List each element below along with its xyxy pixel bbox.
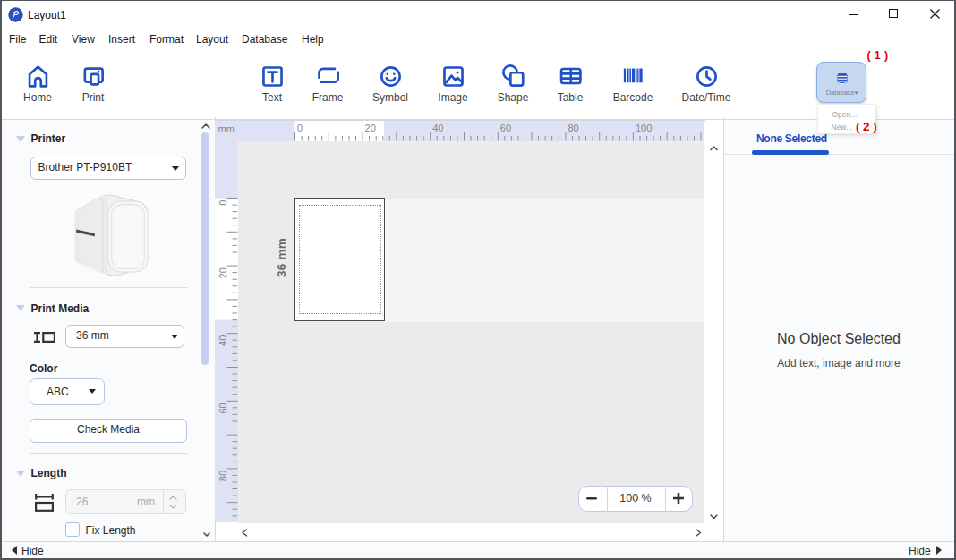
svg-text:40: 40	[218, 335, 228, 346]
svg-text:20: 20	[365, 123, 376, 133]
svg-text:20: 20	[218, 267, 228, 278]
svg-text:0: 0	[218, 200, 228, 206]
svg-text:100: 100	[636, 123, 652, 133]
svg-text:0: 0	[297, 123, 303, 133]
svg-text:60: 60	[500, 123, 511, 133]
svg-text:mm: mm	[218, 123, 235, 134]
svg-text:60: 60	[218, 403, 228, 413]
svg-text:80: 80	[218, 471, 228, 481]
svg-text:40: 40	[432, 123, 443, 133]
svg-text:120: 120	[704, 123, 704, 133]
svg-text:80: 80	[568, 123, 578, 133]
